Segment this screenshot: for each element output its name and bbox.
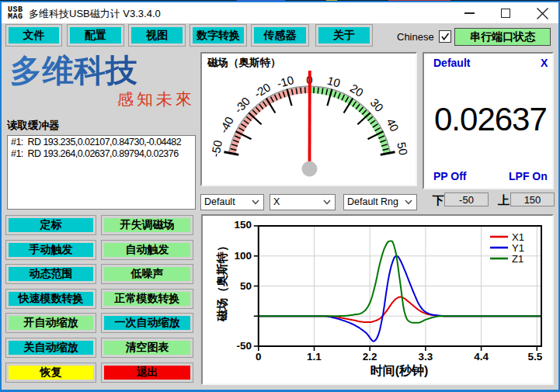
svg-text:40: 40 xyxy=(384,116,402,134)
svg-text:50: 50 xyxy=(240,280,252,292)
svg-text:10: 10 xyxy=(325,74,342,90)
svg-text:Y1: Y1 xyxy=(512,242,524,254)
svg-text:磁场（奥斯特）: 磁场（奥斯特） xyxy=(215,240,229,322)
svg-text:5.5: 5.5 xyxy=(528,351,543,363)
svg-text:0: 0 xyxy=(256,351,262,363)
svg-text:30: 30 xyxy=(368,95,387,114)
svg-text:4.4: 4.4 xyxy=(474,351,489,363)
svg-text:时间(秒钟): 时间(秒钟) xyxy=(370,364,429,377)
svg-text:150: 150 xyxy=(234,219,252,231)
svg-text:-50: -50 xyxy=(236,340,252,352)
svg-text:100: 100 xyxy=(234,250,252,262)
svg-text:3.3: 3.3 xyxy=(419,351,433,363)
svg-text:X1: X1 xyxy=(512,231,524,243)
svg-text:-20: -20 xyxy=(252,80,273,100)
svg-text:-40: -40 xyxy=(217,114,236,135)
svg-text:2.2: 2.2 xyxy=(363,351,377,363)
svg-text:-50: -50 xyxy=(208,139,224,158)
svg-text:Z1: Z1 xyxy=(512,253,523,265)
svg-text:1.1: 1.1 xyxy=(307,351,322,363)
svg-text:50: 50 xyxy=(395,141,410,157)
